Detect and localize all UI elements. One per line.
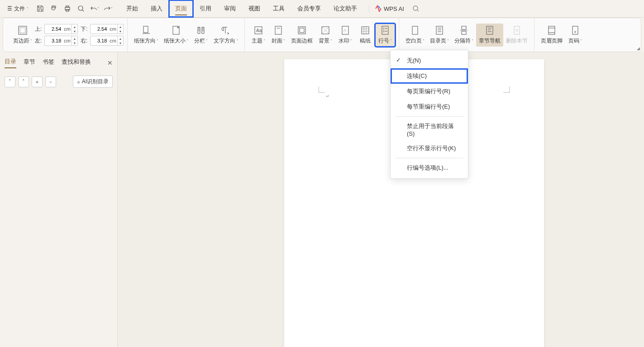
chevron-down-icon: ˅ bbox=[472, 39, 473, 43]
chevron-down-icon: ˅ bbox=[330, 39, 332, 43]
add-button[interactable]: + bbox=[32, 76, 43, 87]
tab-page[interactable]: 页面 bbox=[169, 0, 193, 17]
spinner-up[interactable]: ▲ bbox=[118, 24, 123, 29]
tab-member[interactable]: 会员专享 bbox=[291, 0, 327, 17]
chevron-down-icon: ˅ bbox=[157, 39, 158, 43]
margin-right-input[interactable]: cm ▲▼ bbox=[90, 36, 124, 46]
undo-icon[interactable]: ˅ bbox=[90, 4, 99, 13]
redo-icon[interactable]: ˅ bbox=[104, 4, 113, 13]
spinner-down[interactable]: ▼ bbox=[118, 29, 123, 33]
background-button[interactable]: 背景˅ bbox=[315, 24, 335, 47]
ribbon-expand-button[interactable]: ◢ bbox=[637, 46, 640, 51]
page-number-button[interactable]: # 页码˅ bbox=[565, 24, 585, 47]
page-border-label: 页面边框 bbox=[291, 37, 313, 45]
tab-tools[interactable]: 工具 bbox=[267, 0, 291, 17]
tab-view[interactable]: 视图 bbox=[242, 0, 267, 17]
dropdown-item-continuous[interactable]: 连续(C) bbox=[391, 68, 468, 84]
tab-start[interactable]: 开始 bbox=[120, 0, 144, 17]
svg-point-4 bbox=[78, 6, 83, 10]
page-border-button[interactable]: 页面边框 bbox=[288, 24, 315, 47]
spinner: ▲▼ bbox=[117, 36, 123, 45]
print-icon[interactable] bbox=[63, 4, 72, 13]
save-icon[interactable] bbox=[36, 4, 45, 13]
chevron-down-icon: ˅ bbox=[236, 39, 238, 43]
wps-ai-icon bbox=[375, 5, 382, 12]
tab-review[interactable]: 审阅 bbox=[218, 0, 242, 17]
svg-rect-25 bbox=[462, 26, 466, 29]
line-number-button[interactable]: 12 行号˅ bbox=[375, 24, 395, 47]
spinner-down[interactable]: ▼ bbox=[72, 29, 77, 33]
blank-page-label: 空白页 bbox=[405, 37, 422, 45]
spinner-down[interactable]: ▼ bbox=[118, 41, 123, 45]
svg-rect-23 bbox=[412, 26, 418, 34]
toc-page-button[interactable]: 目录页˅ bbox=[427, 24, 452, 47]
margin-unit: cm bbox=[63, 38, 72, 43]
theme-button[interactable]: Aa 主题˅ bbox=[248, 24, 268, 47]
page-margin-button[interactable]: 页边距˅ bbox=[10, 24, 35, 47]
wps-ai-label: WPS AI bbox=[384, 5, 404, 12]
spinner-down[interactable]: ▼ bbox=[72, 41, 77, 45]
dropdown-item-none[interactable]: 无(N) bbox=[391, 53, 468, 68]
ribbon-group-theme: Aa 主题˅ 封面˅ 页面边框 背景˅ A 水印˅ 稿纸 12 行号˅ bbox=[245, 18, 399, 52]
wps-ai-button[interactable]: WPS AI bbox=[369, 5, 404, 12]
ribbon: 页边距˅ 上: cm ▲▼ 下: cm ▲▼ 左: cm ▲▼ 右: bbox=[3, 18, 641, 52]
orientation-button[interactable]: 纸张方向˅ bbox=[131, 24, 161, 47]
spinner-up[interactable]: ▲ bbox=[118, 36, 123, 41]
text-direction-label: 文字方向 bbox=[214, 37, 235, 45]
text-direction-button[interactable]: 文字方向˅ bbox=[211, 24, 241, 47]
search-icon[interactable] bbox=[411, 4, 420, 13]
columns-button[interactable]: 分栏˅ bbox=[191, 24, 211, 47]
sidebar-tab-bookmark[interactable]: 书签 bbox=[43, 58, 54, 68]
margin-left-input[interactable]: cm ▲▼ bbox=[44, 36, 78, 46]
spinner: ▲▼ bbox=[117, 24, 123, 33]
margin-corner-tl bbox=[319, 86, 325, 93]
spinner-up[interactable]: ▲ bbox=[72, 24, 77, 29]
margin-bottom-value[interactable] bbox=[91, 26, 109, 32]
tab-insert[interactable]: 插入 bbox=[144, 0, 169, 17]
manuscript-button[interactable]: 稿纸 bbox=[355, 24, 375, 47]
margin-right-value[interactable] bbox=[91, 38, 109, 43]
sidebar-close-button[interactable]: ✕ bbox=[107, 59, 113, 67]
svg-rect-26 bbox=[462, 31, 466, 34]
expand-button[interactable]: ˄ bbox=[18, 76, 29, 87]
ribbon-group-pages: 空白页˅ 目录页˅ 分隔符˅ 章节导航 删除本节 bbox=[399, 18, 534, 52]
separator-button[interactable]: 分隔符˅ bbox=[452, 24, 476, 47]
tab-thesis[interactable]: 论文助手 bbox=[327, 0, 363, 17]
dropdown-item-restart-page[interactable]: 每页重编行号(R) bbox=[391, 84, 468, 99]
file-menu[interactable]: ☰ 文件 ˅ bbox=[4, 3, 32, 14]
cover-button[interactable]: 封面˅ bbox=[268, 24, 288, 47]
chapter-nav-label: 章节导航 bbox=[479, 37, 501, 45]
svg-text:Aa: Aa bbox=[256, 28, 262, 33]
watermark-button[interactable]: A 水印˅ bbox=[335, 24, 355, 47]
print-preview-icon[interactable] bbox=[49, 4, 58, 13]
chapter-nav-button[interactable]: 章节导航 bbox=[476, 24, 503, 47]
margin-left-value[interactable] bbox=[45, 38, 63, 43]
sidebar-tab-chapter[interactable]: 章节 bbox=[24, 58, 35, 68]
preview-icon[interactable] bbox=[76, 4, 86, 13]
margin-top-input[interactable]: cm ▲▼ bbox=[44, 24, 78, 34]
cover-label: 封面 bbox=[272, 37, 282, 45]
header-footer-button[interactable]: 页眉页脚 bbox=[538, 24, 565, 47]
line-number-dropdown: 无(N) 连续(C) 每页重编行号(R) 每节重编行号(E) 禁止用于当前段落(… bbox=[390, 50, 468, 179]
collapse-button[interactable]: ˅ bbox=[5, 76, 15, 87]
margin-bottom-label: 下: bbox=[81, 25, 87, 33]
margin-bottom-input[interactable]: cm ▲▼ bbox=[90, 24, 124, 34]
margin-top-label: 上: bbox=[35, 25, 42, 33]
tab-reference[interactable]: 引用 bbox=[193, 0, 218, 17]
dropdown-item-restart-section[interactable]: 每节重编行号(E) bbox=[391, 99, 468, 114]
size-button[interactable]: 纸张大小˅ bbox=[161, 24, 191, 47]
ai-toc-button[interactable]: ⟐ AI识别目录 bbox=[73, 76, 113, 88]
dropdown-item-options[interactable]: 行编号选项(L)... bbox=[391, 160, 468, 176]
margin-top-value[interactable] bbox=[45, 26, 63, 32]
orientation-label: 纸张方向 bbox=[134, 37, 156, 45]
dropdown-item-suppress[interactable]: 禁止用于当前段落(S) bbox=[391, 119, 468, 141]
sidebar-tab-find[interactable]: 查找和替换 bbox=[62, 58, 91, 68]
document-canvas[interactable]: ↵ bbox=[118, 52, 644, 347]
chevron-down-icon: ˅ bbox=[263, 39, 265, 43]
sidebar-tab-toc[interactable]: 目录 bbox=[5, 57, 16, 68]
spinner-up[interactable]: ▲ bbox=[72, 36, 77, 41]
remove-button[interactable]: − bbox=[45, 76, 56, 87]
blank-page-button[interactable]: 空白页˅ bbox=[403, 24, 427, 47]
dropdown-item-hide-blank[interactable]: 空行不显示行号(K) bbox=[391, 141, 468, 156]
svg-text:2: 2 bbox=[383, 30, 385, 33]
